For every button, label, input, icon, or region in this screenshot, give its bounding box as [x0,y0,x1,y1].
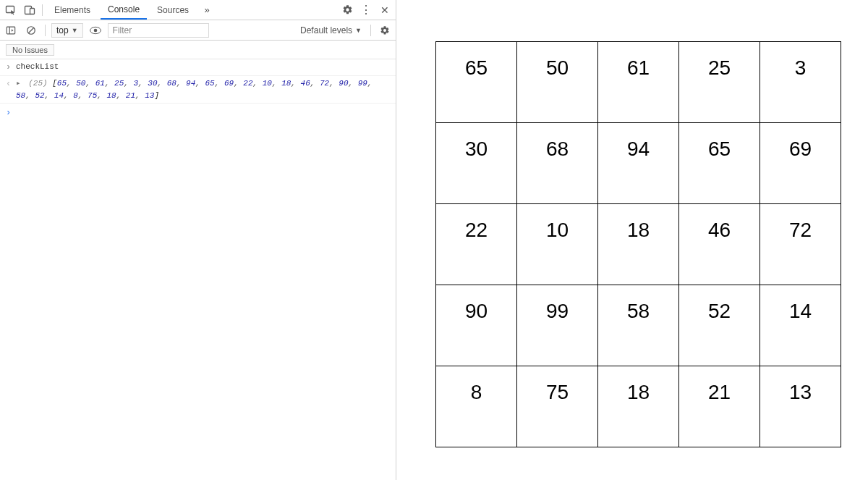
grid-cell: 99 [516,285,598,366]
chevron-down-icon: ▼ [355,27,362,34]
grid-cell: 65 [435,41,517,123]
grid-cell: 65 [678,122,760,204]
svg-point-8 [93,28,97,32]
separator [42,4,43,16]
gear-icon[interactable] [377,22,393,38]
grid-cell: 52 [678,285,760,366]
console-input-echo: checkList [0,59,396,76]
output-caret-icon [6,77,16,90]
svg-line-6 [29,28,34,33]
live-expression-icon[interactable] [88,22,103,38]
gear-icon[interactable] [339,2,355,18]
grid-cell: 94 [597,122,679,204]
grid-cell: 14 [760,285,841,366]
issues-chip[interactable]: No Issues [6,44,54,56]
grid-cell: 58 [597,285,679,366]
grid-cell: 50 [516,41,598,123]
tab-sources[interactable]: Sources [150,0,196,20]
issues-bar: No Issues [0,41,396,59]
console-call-text: checkList [16,61,390,73]
inspect-icon[interactable] [3,2,19,18]
console-prompt[interactable]: › [0,104,396,122]
device-toggle-icon[interactable] [22,2,38,18]
grid-cell: 46 [678,203,760,285]
expand-triangle-icon[interactable]: ▸ [16,79,21,88]
context-select[interactable]: top ▼ [51,23,83,38]
separator [370,25,371,36]
grid-cell: 18 [597,366,679,447]
svg-rect-3 [7,27,14,34]
number-grid: 6550612533068946569221018467290995852148… [436,42,841,447]
console-array-preview: ▸ (25) [65, 50, 61, 25, 3, 30, 68, 94, 6… [16,77,390,101]
kebab-icon[interactable]: ⋮ [358,2,374,18]
grid-cell: 75 [516,366,598,447]
console-result-line[interactable]: ▸ (25) [65, 50, 61, 25, 3, 30, 68, 94, 6… [0,76,396,104]
console-filterbar: top ▼ Default levels ▼ [0,20,396,41]
devtools-panel: Elements Console Sources » ⋮ ✕ [0,0,396,480]
context-select-label: top [56,25,69,35]
levels-select-label: Default levels [300,25,352,35]
grid-cell: 68 [516,122,598,204]
grid-cell: 25 [678,41,760,123]
grid-cell: 3 [760,41,841,123]
tab-elements[interactable]: Elements [47,0,98,20]
input-caret-icon [6,61,16,74]
more-tabs-icon[interactable]: » [199,2,215,18]
chevron-down-icon: ▼ [72,27,78,34]
grid-cell: 8 [435,366,517,447]
grid-cell: 90 [435,285,517,366]
grid-cell: 72 [760,203,841,285]
grid-cell: 18 [597,203,679,285]
clear-console-icon[interactable] [23,22,39,38]
levels-select[interactable]: Default levels ▼ [297,23,365,38]
close-icon[interactable]: ✕ [377,2,393,18]
console-output: checkList ▸ (25) [65, 50, 61, 25, 3, 30,… [0,59,396,480]
grid-cell: 69 [760,122,841,204]
page-content: 6550612533068946569221018467290995852148… [396,0,868,480]
filter-input[interactable] [108,23,209,38]
grid-cell: 10 [516,203,598,285]
grid-cell: 13 [760,366,841,447]
svg-rect-2 [30,8,35,14]
separator [45,25,46,36]
tab-console[interactable]: Console [101,0,147,20]
grid-cell: 30 [435,122,517,204]
grid-cell: 22 [435,203,517,285]
prompt-caret-icon: › [6,106,16,119]
grid-cell: 21 [678,366,760,447]
console-sidebar-toggle-icon[interactable] [3,22,19,38]
devtools-tabstrip: Elements Console Sources » ⋮ ✕ [0,0,396,20]
grid-cell: 61 [597,41,679,123]
